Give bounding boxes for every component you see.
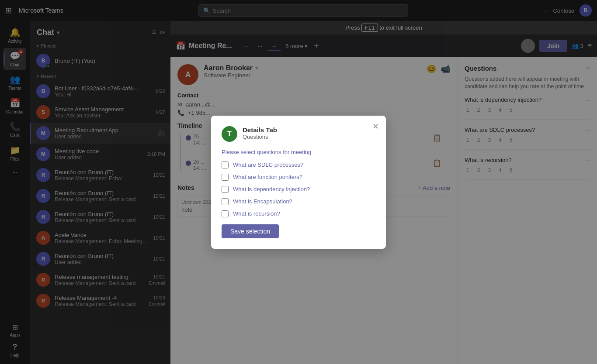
save-selection-button[interactable]: Save selection bbox=[222, 224, 279, 238]
checkbox-mq4[interactable] bbox=[222, 198, 229, 205]
checkbox-mq3[interactable] bbox=[222, 186, 229, 193]
modal-close-button[interactable]: ✕ bbox=[372, 123, 379, 130]
modal-header: T Details Tab Questions bbox=[222, 126, 375, 142]
checkbox-item-5: What is recursion? bbox=[222, 210, 375, 217]
checkbox-item-3: What is dependency injection? bbox=[222, 186, 375, 193]
checkbox-mq1[interactable] bbox=[222, 161, 229, 168]
checkbox-label-mq3[interactable]: What is dependency injection? bbox=[233, 186, 310, 192]
modal-icon: T bbox=[222, 126, 237, 142]
checkbox-label-mq1[interactable]: What are SDLC processes? bbox=[233, 161, 303, 168]
modal-overlay[interactable]: T Details Tab Questions ✕ Please select … bbox=[0, 0, 597, 364]
checkbox-label-mq5[interactable]: What is recursion? bbox=[233, 210, 280, 217]
modal-title-block: Details Tab Questions bbox=[243, 126, 277, 140]
checkbox-item-2: What are function poniters? bbox=[222, 174, 375, 181]
checkbox-mq2[interactable] bbox=[222, 174, 229, 181]
modal-title: Details Tab bbox=[243, 126, 277, 134]
checkbox-item-1: What are SDLC processes? bbox=[222, 161, 375, 168]
checkbox-item-4: What is Encapsulation? bbox=[222, 198, 375, 205]
checkbox-label-mq4[interactable]: What is Encapsulation? bbox=[233, 198, 292, 205]
checkbox-label-mq2[interactable]: What are function poniters? bbox=[233, 174, 302, 180]
modal-prompt: Please select questions for meeting bbox=[222, 149, 375, 155]
modal-dialog: T Details Tab Questions ✕ Please select … bbox=[211, 116, 386, 249]
checkbox-mq5[interactable] bbox=[222, 210, 229, 217]
modal-subtitle: Questions bbox=[243, 134, 277, 140]
